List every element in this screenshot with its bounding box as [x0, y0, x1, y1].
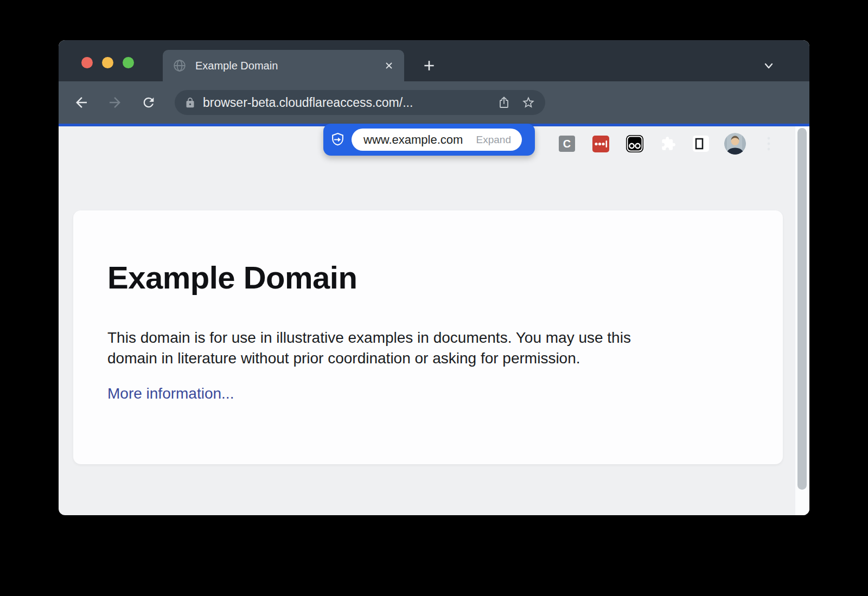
c-badge-letter: C: [563, 138, 571, 150]
shield-arrow-icon: [330, 132, 345, 147]
traffic-light-minimize-button[interactable]: [102, 57, 113, 68]
kebab-menu-icon[interactable]: [762, 135, 775, 152]
new-tab-button[interactable]: [422, 58, 437, 73]
tab-close-icon[interactable]: [382, 59, 395, 72]
side-panel-icon[interactable]: [693, 136, 709, 152]
screenshot-stage: Example Domain: [0, 0, 868, 596]
extension-c-icon[interactable]: C: [559, 136, 575, 152]
tab-strip: Example Domain: [59, 40, 809, 81]
bookmark-star-icon[interactable]: [521, 95, 535, 110]
extensions-puzzle-icon[interactable]: [660, 135, 677, 152]
url-text: browser-beta.cloudflareaccess.com/...: [203, 95, 487, 110]
page-paragraph: This domain is for use in illustrative e…: [107, 328, 631, 369]
traffic-light-zoom-button[interactable]: [123, 57, 134, 68]
chevron-down-icon: [762, 59, 775, 72]
forward-icon: [107, 94, 123, 111]
traffic-light-close-button[interactable]: [81, 57, 93, 68]
tab-title: Example Domain: [195, 60, 278, 72]
forward-button[interactable]: [105, 93, 125, 112]
back-button[interactable]: [72, 93, 91, 112]
address-bar[interactable]: browser-beta.cloudflareaccess.com/...: [175, 90, 545, 115]
browser-window: Example Domain: [59, 40, 809, 515]
lock-icon: [184, 97, 196, 108]
content-card: Example Domain This domain is for use in…: [73, 210, 783, 464]
tab-search-button[interactable]: [761, 58, 776, 73]
more-information-link[interactable]: More information...: [107, 385, 234, 402]
reload-icon: [141, 95, 156, 110]
toolbar: browser-beta.cloudflareaccess.com/...: [59, 81, 809, 124]
glasses-icon[interactable]: [626, 135, 643, 152]
expand-button[interactable]: Expand: [476, 134, 522, 146]
isolation-domain-text: www.example.com: [352, 133, 476, 147]
isolation-domain-field[interactable]: www.example.com Expand: [352, 129, 522, 151]
profile-avatar[interactable]: [724, 133, 746, 155]
scrollbar-thumb[interactable]: [797, 128, 807, 490]
reload-button[interactable]: [139, 93, 158, 112]
plus-icon: [422, 59, 436, 73]
scrollbar-track[interactable]: [795, 126, 809, 515]
back-icon: [73, 94, 90, 111]
page-heading: Example Domain: [107, 260, 357, 295]
isolation-pill: www.example.com Expand: [323, 124, 535, 156]
share-icon[interactable]: [497, 96, 510, 109]
active-tab[interactable]: Example Domain: [163, 50, 404, 81]
globe-icon: [173, 59, 187, 73]
lastpass-dots-icon[interactable]: [592, 136, 609, 152]
